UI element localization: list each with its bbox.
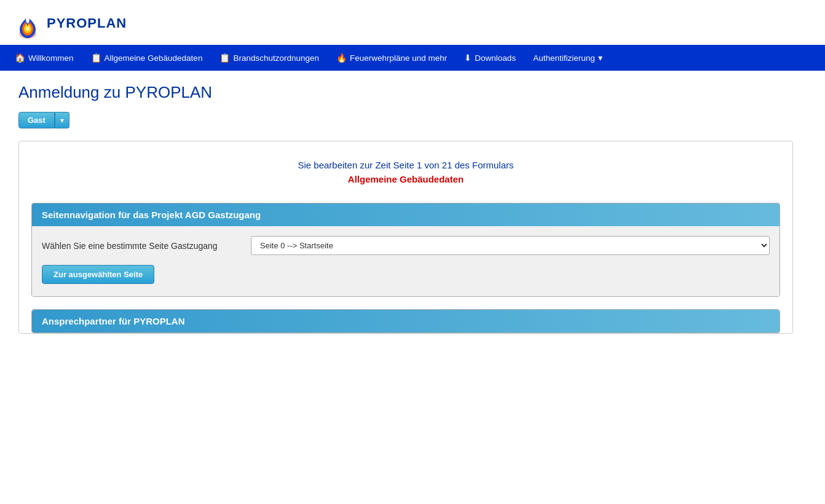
page-select-label: Wählen Sie eine bestimmte Seite Gastzuga… (42, 241, 239, 251)
home-icon: 🏠 (15, 53, 25, 63)
contact-section: Ansprechpartner für PYROPLAN (31, 309, 780, 333)
nav-item-authentifizierung[interactable]: Authentifizierung ▾ (524, 47, 611, 69)
page-title: Anmeldung zu PYROPLAN (18, 83, 807, 102)
form-info-text: Sie bearbeiten zur Zeit Seite 1 von 21 d… (31, 160, 780, 170)
contact-section-header: Ansprechpartner für PYROPLAN (32, 310, 780, 333)
nav-item-allgemeine[interactable]: 📋 Allgemeine Gebäudedaten (82, 47, 211, 69)
nav-item-willkommen[interactable]: 🏠 Willkommen (6, 47, 82, 69)
go-to-page-button[interactable]: Zur ausgewählten Seite (42, 265, 154, 284)
nav-item-brandschutz[interactable]: 📋 Brandschutzordnungen (211, 47, 328, 69)
logo-area: PYROPLAN (12, 6, 813, 40)
page-navigation-body: Wählen Sie eine bestimmte Seite Gastzuga… (32, 226, 780, 296)
navbar: 🏠 Willkommen 📋 Allgemeine Gebäudedaten 📋… (0, 45, 825, 71)
chevron-down-icon: ▾ (60, 116, 64, 125)
fire-icon: 🔥 (336, 53, 347, 63)
page-navigation-header: Seitennavigation für das Projekt AGD Gas… (32, 203, 780, 226)
logo-flame-icon (12, 6, 43, 40)
download-icon: ⬇ (464, 53, 472, 63)
logo-text: PYROPLAN (47, 15, 127, 31)
clipboard2-icon: 📋 (219, 53, 230, 63)
nav-item-downloads[interactable]: ⬇ Downloads (456, 47, 524, 69)
guest-button[interactable]: Gast (18, 112, 55, 128)
main-card: Sie bearbeiten zur Zeit Seite 1 von 21 d… (18, 141, 793, 334)
clipboard-icon: 📋 (91, 53, 101, 63)
chevron-down-icon: ▾ (598, 53, 602, 63)
form-subtitle: Allgemeine Gebäudedaten (31, 174, 780, 184)
page-select-row: Wählen Sie eine bestimmte Seite Gastzuga… (42, 236, 770, 255)
nav-item-feuerwehr[interactable]: 🔥 Feuerwehrpläne und mehr (328, 47, 456, 69)
page-select-dropdown[interactable]: Seite 0 --> Startseite Seite 1 --> Allge… (251, 236, 770, 255)
guest-dropdown-button[interactable]: ▾ (55, 112, 69, 128)
guest-button-group: Gast ▾ (18, 112, 807, 128)
header: PYROPLAN (0, 0, 825, 45)
content-area: Anmeldung zu PYROPLAN Gast ▾ Sie bearbei… (0, 71, 825, 346)
page-navigation-section: Seitennavigation für das Projekt AGD Gas… (31, 203, 780, 297)
